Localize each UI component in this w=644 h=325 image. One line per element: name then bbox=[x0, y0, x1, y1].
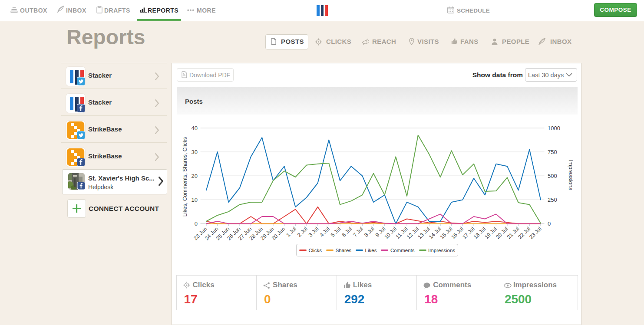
svg-text:6 Jul: 6 Jul bbox=[341, 226, 353, 238]
svg-text:30: 30 bbox=[192, 149, 198, 155]
svg-text:18 Jul: 18 Jul bbox=[472, 226, 487, 240]
svg-text:250: 250 bbox=[548, 197, 557, 203]
svg-text:5 Jul: 5 Jul bbox=[330, 226, 342, 238]
svg-text:8 Jul: 8 Jul bbox=[363, 226, 376, 238]
svg-text:12 Jul: 12 Jul bbox=[406, 226, 420, 240]
svg-text:0: 0 bbox=[195, 220, 198, 227]
svg-text:4 Jul: 4 Jul bbox=[318, 226, 331, 238]
svg-text:20 Jul: 20 Jul bbox=[495, 226, 509, 240]
svg-text:21 Jul: 21 Jul bbox=[506, 226, 520, 240]
svg-text:15 Jul: 15 Jul bbox=[439, 226, 453, 240]
svg-text:13 Jul: 13 Jul bbox=[416, 226, 431, 240]
svg-text:23 Jul: 23 Jul bbox=[528, 226, 542, 240]
svg-text:Likes, Comments, Shares, Click: Likes, Comments, Shares, Clicks bbox=[182, 137, 188, 217]
svg-text:1000: 1000 bbox=[548, 125, 560, 131]
svg-text:0: 0 bbox=[548, 220, 551, 227]
svg-text:2 Jul: 2 Jul bbox=[296, 226, 309, 238]
svg-text:14 Jul: 14 Jul bbox=[428, 226, 442, 240]
svg-text:11 Jul: 11 Jul bbox=[395, 226, 409, 240]
svg-text:10: 10 bbox=[192, 197, 198, 203]
svg-text:3 Jul: 3 Jul bbox=[307, 226, 320, 238]
svg-text:1 Jul: 1 Jul bbox=[285, 226, 297, 238]
svg-text:17 Jul: 17 Jul bbox=[461, 226, 476, 240]
svg-text:7 Jul: 7 Jul bbox=[352, 226, 364, 238]
svg-text:16 Jul: 16 Jul bbox=[450, 226, 464, 240]
svg-text:500: 500 bbox=[548, 173, 557, 179]
svg-text:19 Jul: 19 Jul bbox=[483, 226, 498, 240]
svg-text:22 Jul: 22 Jul bbox=[517, 226, 531, 240]
svg-text:750: 750 bbox=[548, 149, 557, 155]
svg-text:10 Jul: 10 Jul bbox=[383, 226, 397, 240]
svg-text:20: 20 bbox=[192, 173, 198, 179]
svg-text:Impressions: Impressions bbox=[568, 160, 574, 190]
svg-text:40: 40 bbox=[192, 125, 198, 131]
